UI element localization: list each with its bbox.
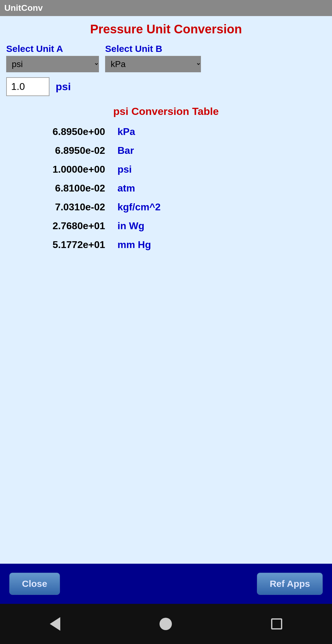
conversion-unit: atm — [117, 183, 135, 194]
back-button[interactable] — [50, 617, 60, 631]
unit-b-dropdown[interactable]: psi kPa Bar atm kgf/cm^2 in Wg mm Hg — [105, 56, 201, 72]
conversion-value: 5.1772e+01 — [25, 239, 105, 250]
conversion-table: 6.8950e+00kPa6.8950e-02Bar1.0000e+00psi6… — [6, 124, 326, 253]
conversion-value: 6.8100e-02 — [25, 183, 105, 194]
home-button[interactable] — [160, 618, 172, 630]
conversion-unit: kgf/cm^2 — [117, 201, 161, 213]
conversion-unit: psi — [117, 164, 132, 175]
ref-apps-button[interactable]: Ref Apps — [257, 573, 323, 595]
bottom-nav: Close Ref Apps — [0, 564, 332, 604]
table-row: 6.8950e-02Bar — [25, 142, 307, 159]
value-input[interactable] — [6, 77, 49, 96]
conversion-value: 7.0310e-02 — [25, 201, 105, 213]
conversion-value: 6.8950e-02 — [25, 145, 105, 156]
conversion-value: 1.0000e+00 — [25, 164, 105, 175]
back-icon — [50, 617, 60, 631]
select-unit-a-label: Select Unit A — [6, 44, 99, 54]
conversion-unit: mm Hg — [117, 239, 151, 250]
table-row: 1.0000e+00psi — [25, 161, 307, 178]
system-nav — [0, 604, 332, 644]
input-row: psi — [6, 77, 326, 96]
unit-a-display-label: psi — [56, 81, 71, 93]
page-title: Pressure Unit Conversion — [6, 22, 326, 36]
unit-a-dropdown[interactable]: psi kPa Bar atm kgf/cm^2 in Wg mm Hg — [6, 56, 99, 72]
table-row: 5.1772e+01mm Hg — [25, 237, 307, 253]
table-row: 6.8950e+00kPa — [25, 124, 307, 140]
conversion-value: 2.7680e+01 — [25, 220, 105, 232]
recent-apps-button[interactable] — [271, 618, 282, 629]
table-row: 7.0310e-02kgf/cm^2 — [25, 199, 307, 215]
conversion-unit: kPa — [117, 126, 135, 137]
conversion-unit: in Wg — [117, 220, 144, 232]
app-name: UnitConv — [4, 3, 43, 13]
home-icon — [160, 618, 172, 630]
conversion-unit: Bar — [117, 145, 134, 156]
selectors-row: Select Unit A psi kPa Bar atm kgf/cm^2 i… — [6, 44, 326, 72]
table-row: 6.8100e-02atm — [25, 180, 307, 196]
recent-icon — [271, 618, 282, 629]
close-button[interactable]: Close — [9, 573, 60, 595]
title-bar: UnitConv — [0, 0, 332, 16]
table-row: 2.7680e+01in Wg — [25, 218, 307, 234]
conversion-table-heading: psi Conversion Table — [6, 105, 326, 117]
select-unit-b-label: Select Unit B — [105, 44, 201, 54]
main-content: Pressure Unit Conversion Select Unit A p… — [0, 16, 332, 564]
selector-b-group: Select Unit B psi kPa Bar atm kgf/cm^2 i… — [105, 44, 201, 72]
conversion-value: 6.8950e+00 — [25, 126, 105, 137]
selector-a-group: Select Unit A psi kPa Bar atm kgf/cm^2 i… — [6, 44, 99, 72]
